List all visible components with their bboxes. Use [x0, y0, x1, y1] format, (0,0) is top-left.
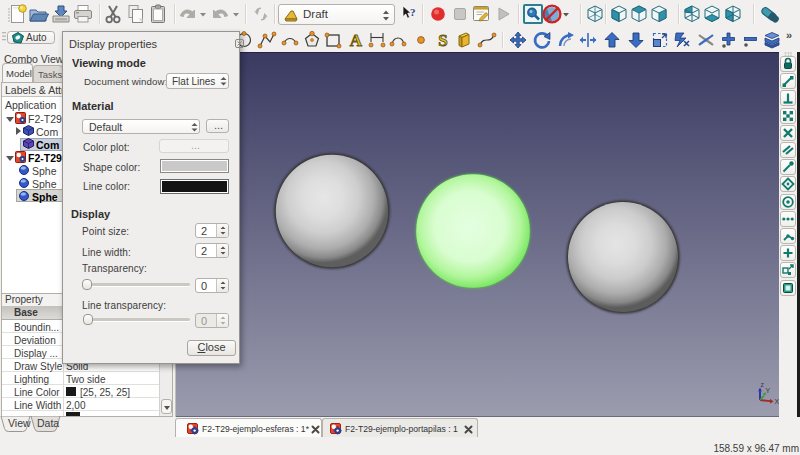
- svg-text:S: S: [438, 31, 447, 50]
- svg-text:A: A: [350, 31, 363, 50]
- svg-text:?: ?: [410, 6, 416, 18]
- svg-text:View: View: [8, 417, 31, 429]
- svg-text:Data: Data: [37, 417, 59, 429]
- svg-text:Y: Y: [766, 387, 771, 394]
- svg-text:z: z: [761, 381, 765, 388]
